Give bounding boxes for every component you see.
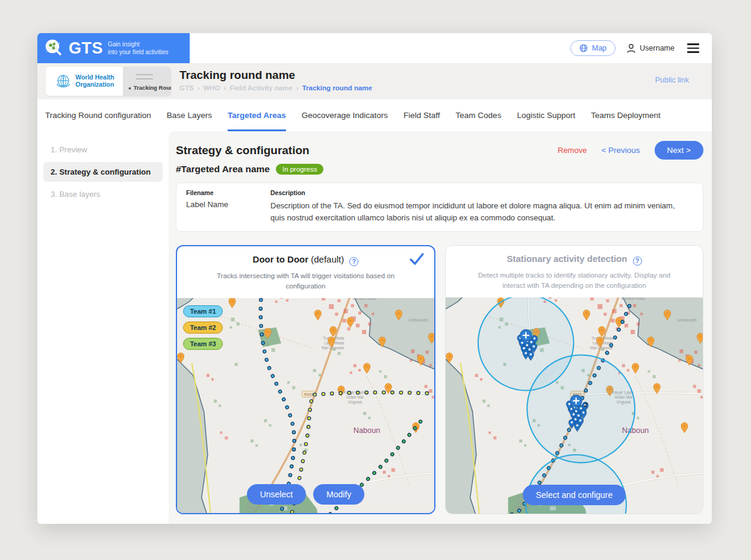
filename-column-header: Filename (186, 189, 270, 196)
stationary-activity-map[interactable]: 2 Select and configure (446, 297, 703, 514)
select-and-configure-button[interactable]: Select and configure (523, 485, 626, 505)
tab-targeted-areas[interactable]: Targeted Areas (228, 99, 286, 131)
gts-logo: GTS Gain insight into your field activit… (37, 33, 190, 63)
breadcrumb: GTS › WHO › Field Activity name › Tracki… (179, 84, 372, 92)
tracking-round-label: Tracking Round (128, 84, 171, 91)
team-3-chip[interactable]: Team #3 (183, 338, 223, 350)
map-button[interactable]: Map (570, 40, 615, 56)
help-icon[interactable]: ? (349, 257, 358, 266)
tab-logistic-support[interactable]: Logistic Support (517, 99, 575, 131)
gts-magnifier-icon (43, 38, 64, 58)
user-menu[interactable]: Username (626, 43, 675, 54)
steps-sidebar: 1. Preview 2. Strategy & configuration 3… (37, 131, 169, 524)
description-column-header: Description (270, 189, 693, 196)
targeted-area-name: #Targeted Area name (176, 164, 270, 175)
breadcrumb-separator-icon: › (224, 84, 226, 92)
user-icon (626, 43, 636, 54)
cluster-count: 2 (584, 401, 588, 408)
breadcrumb-gts[interactable]: GTS (179, 84, 194, 92)
door-to-door-default-suffix: (default) (311, 254, 344, 264)
stationary-activity-card[interactable]: Stationary activity detection ? Detect m… (445, 245, 703, 514)
selected-check-icon (409, 252, 425, 266)
step-strategy-configuration[interactable]: 2. Strategy & configuration (43, 162, 163, 182)
door-to-door-title: Door to Door (253, 254, 308, 264)
hamburger-menu-icon[interactable] (685, 42, 701, 54)
section-title: Strategy & configuration (176, 144, 310, 157)
breadcrumb-who[interactable]: WHO (203, 84, 220, 92)
tab-field-staff[interactable]: Field Staff (404, 99, 440, 131)
public-link[interactable]: Public link (655, 76, 689, 84)
organization-card[interactable]: World Health Organization Tracking Round (46, 67, 171, 96)
tab-team-codes[interactable]: Team Codes (456, 99, 502, 131)
next-button[interactable]: Next > (655, 141, 703, 160)
gts-tagline: Gain insight into your field activities (108, 40, 169, 56)
unselect-button[interactable]: Unselect (247, 484, 306, 505)
help-icon[interactable]: ? (633, 257, 642, 266)
stationary-title: Stationary activity detection (506, 254, 627, 264)
who-emblem-icon (54, 72, 72, 90)
placeholder-line (136, 74, 153, 75)
tab-tracking-round-configuration[interactable]: Tracking Round configuration (45, 99, 151, 131)
main-panel: Strategy & configuration Remove < Previo… (169, 131, 712, 524)
tab-base-layers[interactable]: Base Layers (167, 99, 212, 131)
previous-button[interactable]: < Previous (601, 146, 640, 155)
breadcrumb-separator-icon: › (198, 84, 200, 92)
who-logo: World Health Organization (46, 67, 123, 96)
team-2-chip[interactable]: Team #2 (183, 322, 223, 334)
tab-bar: Tracking Round configuration Base Layers… (37, 99, 712, 131)
tab-teams-deployment[interactable]: Teams Deployment (591, 99, 661, 131)
tracking-round-chip: Tracking Round (123, 67, 171, 96)
door-to-door-subtitle: Tracks intersecting with TA will trigger… (207, 271, 405, 291)
placeholder-line (136, 78, 153, 79)
breadcrumb-field-activity[interactable]: Field Activity name (229, 84, 292, 92)
ta-info-card: Filename Description Label Name Descript… (176, 182, 703, 232)
door-to-door-card[interactable]: Door to Door (default) ? Tracks intersec… (176, 245, 435, 514)
breadcrumb-current: Tracking round name (302, 84, 372, 92)
status-badge: In progress (276, 164, 324, 175)
filename-value: Label Name (186, 200, 270, 223)
breadcrumb-separator-icon: › (296, 84, 299, 92)
globe-icon (579, 44, 588, 52)
door-to-door-map[interactable]: R101 Dundun Kudu Umbunushi Wuniwa Tudun … (177, 298, 434, 513)
round-header: World Health Organization Tracking Round… (37, 63, 712, 99)
remove-button[interactable]: Remove (558, 146, 587, 155)
stationary-subtitle: Detect multiple tracks to identify stati… (475, 270, 674, 290)
page-title: Tracking round name (179, 69, 372, 82)
step-base-layers[interactable]: 3. Base layers (43, 184, 163, 204)
gts-wordmark: GTS (69, 39, 103, 58)
modify-button[interactable]: Modify (313, 484, 364, 505)
description-value: Description of the TA. Sed do eiusmod te… (270, 200, 693, 223)
team-legend: Team #1 Team #2 Team #3 (183, 305, 223, 350)
top-bar: GTS Gain insight into your field activit… (37, 33, 712, 63)
team-1-chip[interactable]: Team #1 (183, 305, 223, 317)
top-bar-controls: Map Username (570, 40, 712, 56)
who-name: World Health Organization (75, 74, 114, 89)
step-preview[interactable]: 1. Preview (43, 140, 163, 160)
app-window: GTS Gain insight into your field activit… (37, 33, 712, 524)
tab-geocoverage-indicators[interactable]: Geocoverage Indicators (302, 99, 388, 131)
